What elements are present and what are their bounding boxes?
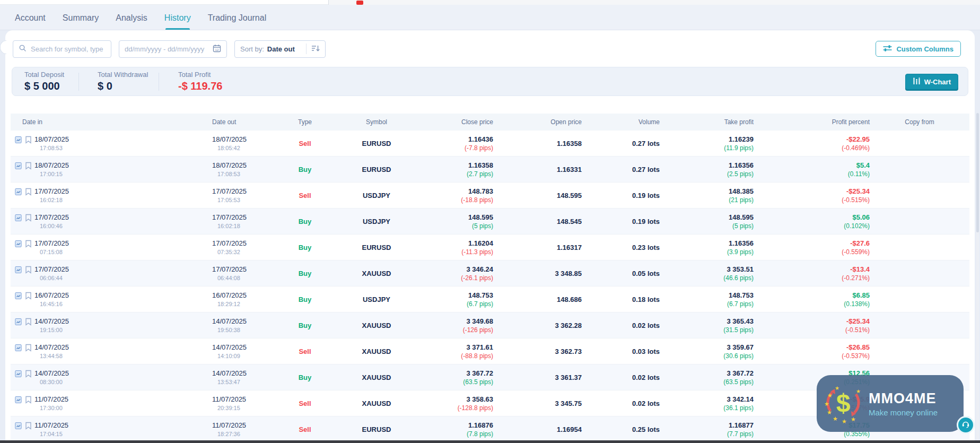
table-row[interactable]: 17/07/2025 16:02:18 17/07/2025 17:05:53 … (11, 183, 969, 209)
table-row[interactable]: 14/07/2025 19:15:00 14/07/2025 19:50:38 … (11, 312, 969, 338)
cell-type: Sell (276, 399, 334, 407)
table-row[interactable]: 17/07/2025 07:15:08 17/07/2025 07:35:32 … (11, 234, 969, 260)
table-row[interactable]: 17/07/2025 16:00:46 17/07/2025 16:02:18 … (11, 209, 969, 234)
scrollbar-thumb[interactable] (976, 113, 979, 232)
stat-value: -$ 119.76 (178, 80, 222, 92)
take-profit-pips: (2.5 pips) (660, 170, 754, 178)
sort-control[interactable]: Sort by: Date out (234, 40, 326, 58)
table-row[interactable]: 14/07/2025 13:44:58 14/07/2025 14:10:09 … (11, 338, 969, 364)
date-range-box[interactable]: dd/mm/yyyy - dd/mm/yyyy 12 (119, 40, 227, 58)
col-date-out[interactable]: Date out (202, 118, 276, 126)
scrollbar[interactable] (976, 113, 979, 440)
table-row[interactable]: 17/07/2025 06:06:44 17/07/2025 06:44:08 … (11, 260, 969, 286)
col-close-price[interactable]: Close price (419, 118, 493, 126)
bookmark-icon[interactable] (25, 188, 32, 196)
bookmark-icon[interactable] (25, 318, 32, 326)
take-profit-pips: (3.9 pips) (660, 248, 754, 256)
tab-summary[interactable]: Summary (63, 13, 99, 30)
sort-value[interactable]: Date out (267, 45, 295, 53)
chart-note-icon[interactable] (14, 396, 22, 404)
table-row[interactable]: 18/07/2025 17:08:53 18/07/2025 18:05:42 … (11, 131, 969, 157)
bookmark-icon[interactable] (25, 292, 32, 300)
bookmark-icon[interactable] (25, 214, 32, 222)
profit-percent: (-0.515%) (754, 196, 870, 204)
cell-close-price: 3 371.61 (-88.8 pips) (419, 343, 493, 360)
bookmark-icon[interactable] (25, 240, 32, 248)
col-volume[interactable]: Volume (582, 118, 660, 126)
tab-history[interactable]: History (164, 13, 191, 30)
calendar-icon[interactable]: 12 (213, 44, 221, 54)
open-price: 3 362.73 (493, 348, 582, 355)
sort-direction-icon[interactable] (311, 45, 320, 54)
search-box[interactable]: Search for symbol, type (13, 40, 111, 58)
col-take-profit[interactable]: Take profit (660, 118, 754, 126)
col-type[interactable]: Type (276, 118, 334, 126)
side-panel-handle[interactable] (0, 40, 6, 54)
bookmark-icon[interactable] (25, 370, 32, 378)
cell-volume: 0.19 lots (582, 192, 660, 199)
col-symbol[interactable]: Symbol (334, 118, 419, 126)
bookmark-icon[interactable] (25, 344, 32, 352)
profit-percent: (0.102%) (754, 222, 870, 230)
support-chat-button[interactable] (957, 416, 975, 434)
table-row[interactable]: 18/07/2025 17:00:15 18/07/2025 17:08:53 … (11, 157, 969, 183)
cell-open-price: 1.16331 (493, 166, 582, 173)
trade-type: Buy (299, 296, 312, 303)
tab-account[interactable]: Account (15, 13, 46, 30)
cell-type: Sell (276, 192, 334, 199)
profit-percent: (-0.559%) (754, 248, 870, 256)
volume: 0.02 lots (582, 399, 660, 407)
chart-note-icon[interactable] (14, 136, 22, 144)
take-profit: 3 365.43 (660, 317, 754, 325)
top-strip (0, 0, 980, 5)
chart-note-icon[interactable] (14, 162, 22, 170)
table-row[interactable]: 16/07/2025 16:45:16 16/07/2025 18:29:12 … (11, 286, 969, 312)
close-price: 1.16204 (419, 239, 493, 247)
volume: 0.27 lots (582, 140, 660, 147)
bookmark-icon[interactable] (25, 136, 32, 144)
bookmark-icon[interactable] (25, 266, 32, 274)
chart-note-icon[interactable] (14, 240, 22, 248)
date-out: 11/07/2025 (212, 421, 276, 429)
close-pips: (-18.8 pips) (419, 196, 493, 204)
bookmark-icon[interactable] (25, 396, 32, 404)
col-copy-from[interactable]: Copy from (870, 118, 969, 126)
cell-take-profit: 148.385 (21 pips) (660, 187, 754, 204)
search-input[interactable]: Search for symbol, type (31, 45, 103, 53)
cell-take-profit: 3 342.14 (36.1 pips) (660, 395, 754, 412)
chart-note-icon[interactable] (14, 266, 22, 274)
bookmark-icon[interactable] (25, 422, 32, 430)
close-pips: (-126 pips) (419, 326, 493, 334)
chart-note-icon[interactable] (14, 318, 22, 326)
date-in: 17/07/2025 (34, 213, 69, 221)
cell-take-profit: 3 367.72 (63.5 pips) (660, 369, 754, 386)
chart-note-icon[interactable] (14, 422, 22, 430)
chart-note-icon[interactable] (14, 214, 22, 222)
date-range-input[interactable]: dd/mm/yyyy - dd/mm/yyyy (125, 45, 204, 53)
wchart-button[interactable]: W-Chart (905, 74, 958, 90)
tab-analysis[interactable]: Analysis (116, 13, 147, 30)
col-open-price[interactable]: Open price (493, 118, 582, 126)
cell-type: Sell (276, 140, 334, 147)
profit-amount: $6.85 (754, 291, 870, 299)
chart-note-icon[interactable] (14, 370, 22, 378)
chart-note-icon[interactable] (14, 292, 22, 300)
date-in: 11/07/2025 (34, 421, 68, 429)
trade-type: Buy (299, 166, 312, 173)
cell-symbol: USDJPY (334, 296, 419, 303)
col-profit-percent[interactable]: Profit percent (754, 118, 870, 126)
volume: 0.18 lots (582, 296, 660, 303)
tab-trading-journal[interactable]: Trading Journal (208, 13, 267, 30)
cell-type: Buy (276, 218, 334, 225)
cell-date-out: 14/07/2025 14:10:09 (202, 343, 276, 359)
bookmark-icon[interactable] (25, 162, 32, 170)
custom-columns-button[interactable]: Custom Columns (876, 41, 961, 57)
open-price: 3 362.28 (493, 322, 582, 329)
chart-note-icon[interactable] (14, 344, 22, 352)
open-price: 148.686 (493, 296, 582, 303)
cell-take-profit: 3 353.51 (46.6 pips) (660, 265, 754, 282)
chart-note-icon[interactable] (14, 188, 22, 196)
close-price: 3 349.68 (419, 317, 493, 325)
col-date-in[interactable]: Date in (11, 118, 202, 126)
time-out: 07:35:32 (217, 249, 276, 255)
